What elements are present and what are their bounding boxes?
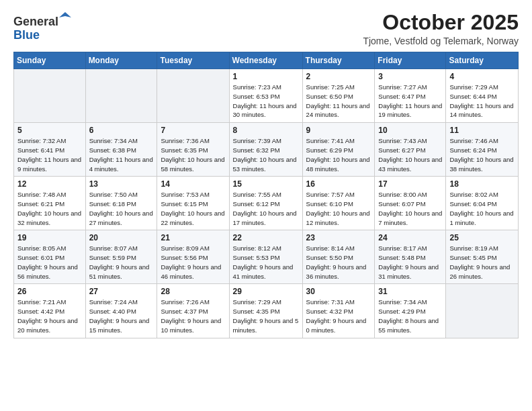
- day-number: 23: [306, 233, 371, 242]
- day-info: Sunrise: 7:41 AM Sunset: 6:29 PM Dayligh…: [306, 136, 371, 173]
- title-block: October 2025 Tjome, Vestfold og Telemark…: [363, 11, 519, 46]
- day-info: Sunrise: 7:29 AM Sunset: 6:44 PM Dayligh…: [449, 83, 515, 120]
- col-tuesday: Tuesday: [157, 52, 229, 69]
- calendar-cell: 5Sunrise: 7:32 AM Sunset: 6:41 PM Daylig…: [14, 123, 86, 177]
- calendar-cell: 29Sunrise: 7:29 AM Sunset: 4:35 PM Dayli…: [229, 284, 302, 338]
- day-number: 2: [306, 72, 371, 81]
- day-info: Sunrise: 7:26 AM Sunset: 4:37 PM Dayligh…: [161, 298, 225, 334]
- calendar-cell: 11Sunrise: 7:46 AM Sunset: 6:24 PM Dayli…: [446, 123, 519, 177]
- day-info: Sunrise: 7:57 AM Sunset: 6:10 PM Dayligh…: [306, 190, 371, 227]
- calendar-cell: [14, 69, 86, 123]
- day-number: 20: [89, 233, 154, 242]
- day-number: 3: [378, 72, 442, 81]
- calendar-table: Sunday Monday Tuesday Wednesday Thursday…: [13, 52, 519, 338]
- day-info: Sunrise: 8:02 AM Sunset: 6:04 PM Dayligh…: [449, 190, 515, 227]
- day-info: Sunrise: 8:00 AM Sunset: 6:07 PM Dayligh…: [378, 190, 442, 227]
- calendar-cell: 10Sunrise: 7:43 AM Sunset: 6:27 PM Dayli…: [375, 123, 446, 177]
- day-info: Sunrise: 7:46 AM Sunset: 6:24 PM Dayligh…: [449, 136, 515, 173]
- col-thursday: Thursday: [302, 52, 375, 69]
- day-info: Sunrise: 7:53 AM Sunset: 6:15 PM Dayligh…: [161, 190, 225, 227]
- col-sunday: Sunday: [14, 52, 86, 69]
- calendar-cell: 25Sunrise: 8:19 AM Sunset: 5:45 PM Dayli…: [446, 230, 519, 284]
- logo-general: General: [13, 15, 58, 28]
- logo-blue: Blue: [13, 28, 40, 42]
- calendar-cell: 24Sunrise: 8:17 AM Sunset: 5:48 PM Dayli…: [375, 230, 446, 284]
- day-number: 19: [17, 233, 82, 242]
- day-number: 25: [449, 233, 515, 242]
- day-number: 31: [378, 287, 442, 296]
- calendar-cell: 12Sunrise: 7:48 AM Sunset: 6:21 PM Dayli…: [14, 177, 86, 230]
- calendar-cell: 18Sunrise: 8:02 AM Sunset: 6:04 PM Dayli…: [446, 177, 519, 230]
- location: Tjome, Vestfold og Telemark, Norway: [363, 36, 519, 46]
- day-number: 13: [89, 179, 154, 189]
- col-friday: Friday: [375, 52, 446, 69]
- logo: General Blue: [13, 11, 71, 42]
- day-info: Sunrise: 7:34 AM Sunset: 6:38 PM Dayligh…: [89, 136, 154, 173]
- calendar-cell: 20Sunrise: 8:07 AM Sunset: 5:59 PM Dayli…: [85, 230, 157, 284]
- calendar-week-3: 12Sunrise: 7:48 AM Sunset: 6:21 PM Dayli…: [14, 177, 519, 230]
- calendar-cell: 22Sunrise: 8:12 AM Sunset: 5:53 PM Dayli…: [229, 230, 302, 284]
- day-number: 6: [89, 126, 154, 135]
- day-number: 7: [161, 126, 225, 135]
- day-info: Sunrise: 7:32 AM Sunset: 6:41 PM Dayligh…: [17, 136, 82, 173]
- day-number: 10: [378, 126, 442, 135]
- header: General Blue October 2025 Tjome, Vestfol…: [13, 11, 519, 46]
- day-info: Sunrise: 8:05 AM Sunset: 6:01 PM Dayligh…: [17, 244, 82, 281]
- day-info: Sunrise: 8:19 AM Sunset: 5:45 PM Dayligh…: [449, 244, 515, 281]
- calendar-cell: 16Sunrise: 7:57 AM Sunset: 6:10 PM Dayli…: [302, 177, 375, 230]
- month-title: October 2025: [363, 11, 519, 34]
- day-number: 18: [449, 179, 515, 189]
- col-monday: Monday: [85, 52, 157, 69]
- day-info: Sunrise: 7:21 AM Sunset: 4:42 PM Dayligh…: [17, 298, 82, 334]
- day-number: 14: [161, 179, 225, 189]
- day-info: Sunrise: 7:55 AM Sunset: 6:12 PM Dayligh…: [233, 190, 299, 227]
- calendar-cell: 13Sunrise: 7:50 AM Sunset: 6:18 PM Dayli…: [85, 177, 157, 230]
- calendar-cell: 9Sunrise: 7:41 AM Sunset: 6:29 PM Daylig…: [302, 123, 375, 177]
- calendar-cell: 23Sunrise: 8:14 AM Sunset: 5:50 PM Dayli…: [302, 230, 375, 284]
- calendar-cell: 17Sunrise: 8:00 AM Sunset: 6:07 PM Dayli…: [375, 177, 446, 230]
- calendar-week-5: 26Sunrise: 7:21 AM Sunset: 4:42 PM Dayli…: [14, 284, 519, 338]
- day-info: Sunrise: 7:31 AM Sunset: 4:32 PM Dayligh…: [306, 298, 371, 334]
- day-info: Sunrise: 7:48 AM Sunset: 6:21 PM Dayligh…: [17, 190, 82, 227]
- calendar-cell: 19Sunrise: 8:05 AM Sunset: 6:01 PM Dayli…: [14, 230, 86, 284]
- calendar-cell: 2Sunrise: 7:25 AM Sunset: 6:50 PM Daylig…: [302, 69, 375, 123]
- logo-text: General Blue: [13, 11, 71, 42]
- calendar-cell: 4Sunrise: 7:29 AM Sunset: 6:44 PM Daylig…: [446, 69, 519, 123]
- calendar-cell: 26Sunrise: 7:21 AM Sunset: 4:42 PM Dayli…: [14, 284, 86, 338]
- day-number: 30: [306, 287, 371, 296]
- day-info: Sunrise: 7:23 AM Sunset: 6:53 PM Dayligh…: [233, 83, 299, 120]
- calendar-cell: 30Sunrise: 7:31 AM Sunset: 4:32 PM Dayli…: [302, 284, 375, 338]
- day-number: 15: [233, 179, 299, 189]
- day-number: 17: [378, 179, 442, 189]
- day-info: Sunrise: 7:25 AM Sunset: 6:50 PM Dayligh…: [306, 83, 371, 120]
- calendar-header-row: Sunday Monday Tuesday Wednesday Thursday…: [14, 52, 519, 69]
- calendar-cell: 27Sunrise: 7:24 AM Sunset: 4:40 PM Dayli…: [85, 284, 157, 338]
- day-number: 29: [233, 287, 299, 296]
- calendar-cell: [85, 69, 157, 123]
- day-number: 24: [378, 233, 442, 242]
- day-number: 22: [233, 233, 299, 242]
- day-number: 21: [161, 233, 225, 242]
- calendar-cell: 21Sunrise: 8:09 AM Sunset: 5:56 PM Dayli…: [157, 230, 229, 284]
- day-number: 16: [306, 179, 371, 189]
- day-info: Sunrise: 7:27 AM Sunset: 6:47 PM Dayligh…: [378, 83, 442, 120]
- calendar-week-2: 5Sunrise: 7:32 AM Sunset: 6:41 PM Daylig…: [14, 123, 519, 177]
- day-number: 1: [233, 72, 299, 81]
- calendar-cell: 8Sunrise: 7:39 AM Sunset: 6:32 PM Daylig…: [229, 123, 302, 177]
- day-info: Sunrise: 7:29 AM Sunset: 4:35 PM Dayligh…: [233, 298, 299, 334]
- col-saturday: Saturday: [446, 52, 519, 69]
- calendar-cell: 3Sunrise: 7:27 AM Sunset: 6:47 PM Daylig…: [375, 69, 446, 123]
- calendar-week-4: 19Sunrise: 8:05 AM Sunset: 6:01 PM Dayli…: [14, 230, 519, 284]
- logo-bird-icon: [59, 11, 71, 26]
- calendar-cell: 28Sunrise: 7:26 AM Sunset: 4:37 PM Dayli…: [157, 284, 229, 338]
- page: General Blue October 2025 Tjome, Vestfol…: [0, 0, 532, 411]
- day-number: 28: [161, 287, 225, 296]
- calendar-cell: [157, 69, 229, 123]
- calendar-cell: 7Sunrise: 7:36 AM Sunset: 6:35 PM Daylig…: [157, 123, 229, 177]
- day-number: 12: [17, 179, 82, 189]
- day-info: Sunrise: 7:43 AM Sunset: 6:27 PM Dayligh…: [378, 136, 442, 173]
- calendar-cell: 15Sunrise: 7:55 AM Sunset: 6:12 PM Dayli…: [229, 177, 302, 230]
- day-info: Sunrise: 7:34 AM Sunset: 4:29 PM Dayligh…: [378, 298, 442, 334]
- day-number: 26: [17, 287, 82, 296]
- calendar-cell: 31Sunrise: 7:34 AM Sunset: 4:29 PM Dayli…: [375, 284, 446, 338]
